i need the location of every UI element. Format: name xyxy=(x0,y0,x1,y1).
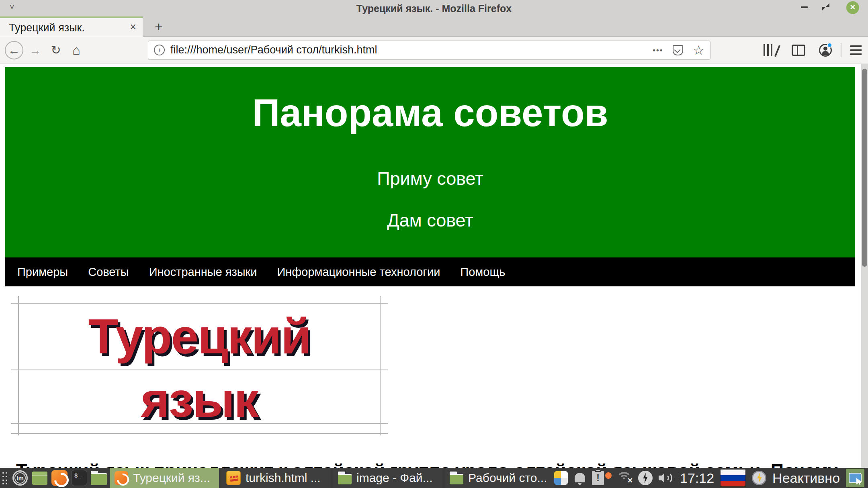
tab-close-icon[interactable]: × xyxy=(130,21,136,33)
turkish-banner-image: Турецкий язык xyxy=(11,296,388,435)
page-actions-icon[interactable]: ••• xyxy=(653,46,663,55)
network-off-x: ✕ xyxy=(627,476,633,485)
panel-grip-left[interactable] xyxy=(1,470,8,486)
reload-button[interactable]: ↻ xyxy=(47,41,65,59)
tab-strip: Турецкий язык. × + xyxy=(0,16,868,37)
task-label: turkish.html ... xyxy=(246,471,321,485)
page-header: Панорама советов Приму совет Дам совет xyxy=(5,67,855,257)
page-viewport: Панорама советов Приму совет Дам совет П… xyxy=(0,64,868,468)
screen-share-button[interactable] xyxy=(846,469,864,487)
network-disconnected-icon[interactable]: ✕ xyxy=(616,472,632,484)
taskbar-clock[interactable]: 17:12 xyxy=(680,470,714,486)
folder-icon xyxy=(91,473,107,485)
new-tab-button[interactable]: + xyxy=(149,18,168,36)
task-label: image - Фай... xyxy=(356,471,433,485)
page-title: Панорама советов xyxy=(5,67,855,132)
firefox-launcher[interactable] xyxy=(51,470,68,486)
input-method-status[interactable]: Неактивно xyxy=(772,470,840,486)
power-clock-icon[interactable] xyxy=(752,471,766,485)
notifications-bell-icon[interactable] xyxy=(574,472,586,484)
nav-item-advice[interactable]: Советы xyxy=(88,265,129,279)
task-label: Рабочий сто... xyxy=(468,471,547,485)
firefox-window: ˅ Турецкий язык. - Mozilla Firefox × Тур… xyxy=(0,0,868,488)
task-label: Турецкий яз... xyxy=(133,471,210,485)
maximize-button[interactable] xyxy=(822,3,829,10)
scrollbar-thumb[interactable] xyxy=(862,69,867,267)
mint-logo-icon: lm xyxy=(12,470,28,486)
workspace-quad-icon[interactable] xyxy=(554,471,568,485)
banner-word-2: язык xyxy=(11,375,388,425)
folder-icon xyxy=(338,474,352,484)
window-icon xyxy=(32,472,47,485)
toolbar-right-group xyxy=(764,43,868,57)
taskbar: lm $_ Турецкий яз... turkish.html ... im… xyxy=(0,468,868,488)
volume-icon[interactable] xyxy=(659,472,674,484)
forward-button[interactable]: → xyxy=(26,41,45,59)
link-take-advice[interactable]: Приму совет xyxy=(5,169,855,188)
library-icon[interactable] xyxy=(764,44,778,56)
site-info-icon[interactable]: i xyxy=(154,45,165,55)
task-editor-turkish-html[interactable]: turkish.html ... xyxy=(221,468,331,488)
home-button[interactable]: ⌂ xyxy=(67,41,86,59)
folder-icon xyxy=(450,474,463,484)
toolbar-separator xyxy=(841,43,841,57)
page-nav: Примеры Советы Иностранные языки Информа… xyxy=(5,257,855,286)
link-give-advice[interactable]: Дам совет xyxy=(5,211,855,229)
files-launcher[interactable] xyxy=(90,470,107,486)
nav-item-help[interactable]: Помощь xyxy=(460,265,505,279)
terminal-icon: $_ xyxy=(71,470,87,486)
account-notification-dot xyxy=(827,43,832,48)
clipboard-alert-icon[interactable]: ! xyxy=(592,471,604,485)
task-files-desktop[interactable]: Рабочий сто... xyxy=(445,468,554,488)
close-window-button[interactable]: × xyxy=(846,1,859,14)
update-badge xyxy=(605,472,612,479)
tab-title: Турецкий язык. xyxy=(9,22,85,34)
bookmark-star-icon[interactable]: ☆ xyxy=(693,44,704,57)
intro-paragraph: Турецкий язык принадлежит к алтайской гр… xyxy=(16,460,860,468)
text-editor-icon xyxy=(226,471,241,485)
firefox-icon xyxy=(115,471,128,485)
account-icon[interactable] xyxy=(819,44,832,57)
system-tray: ! ✕ 17:12 Неактивно xyxy=(554,469,868,487)
url-text[interactable]: file:///home/user/Рабочий стол/turkish.h… xyxy=(170,44,653,56)
firefox-icon xyxy=(51,470,68,486)
vertical-scrollbar[interactable] xyxy=(861,64,868,468)
back-button[interactable]: ← xyxy=(5,41,23,59)
window-title: Турецкий язык. - Mozilla Firefox xyxy=(0,3,868,14)
pocket-save-icon[interactable] xyxy=(673,45,683,55)
task-files-image[interactable]: image - Фай... xyxy=(333,468,442,488)
url-bar[interactable]: i file:///home/user/Рабочий стол/turkish… xyxy=(148,41,710,60)
tab-turkish[interactable]: Турецкий язык. × xyxy=(0,16,143,37)
show-desktop-button[interactable] xyxy=(31,470,48,486)
minimize-button[interactable] xyxy=(801,6,808,8)
mint-menu-button[interactable]: lm xyxy=(12,470,29,486)
nav-item-foreign-languages[interactable]: Иностранные языки xyxy=(149,265,257,279)
nav-item-it[interactable]: Информационные технологии xyxy=(277,265,440,279)
nav-item-examples[interactable]: Примеры xyxy=(17,265,68,279)
menu-hamburger-icon[interactable] xyxy=(850,45,862,55)
terminal-launcher[interactable]: $_ xyxy=(71,470,88,486)
task-firefox-turkish[interactable]: Турецкий яз... xyxy=(110,468,219,488)
banner-word-1: Турецкий xyxy=(11,312,388,361)
keyboard-layout-russian-flag-icon[interactable] xyxy=(720,469,746,487)
power-manager-icon[interactable] xyxy=(638,471,653,485)
sidebar-icon[interactable] xyxy=(792,45,805,56)
navigation-toolbar: ← → ↻ ⌂ i file:///home/user/Рабочий стол… xyxy=(0,37,868,63)
window-titlebar: ˅ Турецкий язык. - Mozilla Firefox × xyxy=(0,0,868,16)
